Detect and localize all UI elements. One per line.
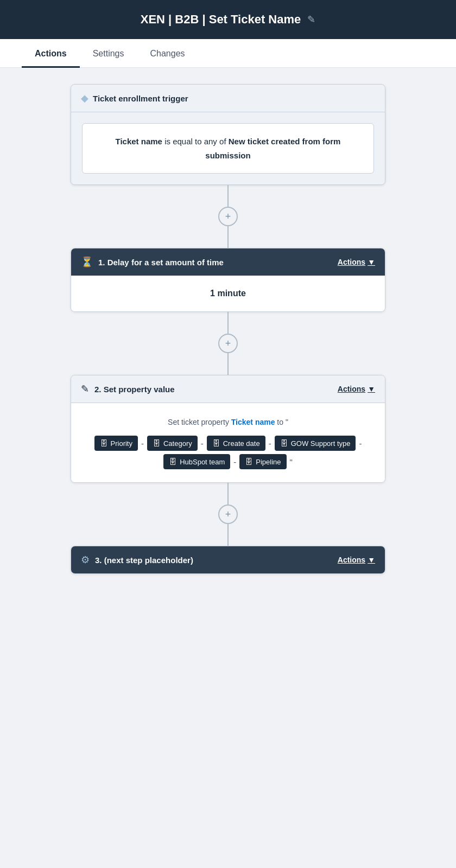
property-name: Ticket name [231, 418, 275, 426]
step-1-header: ⏳ 1. Delay for a set amount of time Acti… [71, 248, 385, 276]
trigger-card: ◆ Ticket enrollment trigger Ticket name … [71, 84, 385, 185]
connector-1 [227, 185, 229, 207]
tab-settings[interactable]: Settings [80, 39, 137, 68]
add-step-button-3[interactable]: + [218, 505, 238, 524]
step-1-header-left: ⏳ 1. Delay for a set amount of time [81, 256, 224, 268]
token-category[interactable]: 🗄 Category [147, 436, 198, 451]
step-2-actions-button[interactable]: Actions ▼ [338, 385, 375, 393]
step-1-title: 1. Delay for a set amount of time [98, 258, 224, 267]
condition-bold1: Ticket name [116, 137, 162, 146]
token-gow-support[interactable]: 🗄 GOW Support type [275, 436, 356, 451]
trigger-header: ◆ Ticket enrollment trigger [71, 85, 385, 112]
step-1-card: ⏳ 1. Delay for a set amount of time Acti… [71, 248, 385, 312]
app-header: XEN | B2B | Set Ticket Name ✎ [0, 0, 456, 39]
separator-4: - [359, 439, 362, 448]
token-pipeline-label: Pipeline [256, 458, 281, 466]
token-hubspot-team[interactable]: 🗄 HubSpot team [163, 454, 230, 469]
step-3-actions-button[interactable]: Actions ▼ [338, 556, 375, 564]
token-category-label: Category [163, 439, 192, 448]
connector-3 [227, 312, 229, 334]
main-content: ◆ Ticket enrollment trigger Ticket name … [0, 68, 456, 590]
property-intro: Set ticket property Ticket name to " [84, 416, 372, 428]
connector-5 [227, 483, 229, 505]
token-priority-label: Priority [111, 439, 132, 448]
token-category-icon: 🗄 [153, 439, 160, 448]
step-2-card: ✎ 2. Set property value Actions ▼ Set ti… [71, 375, 385, 483]
connector-4 [227, 353, 229, 375]
token-create-date-icon: 🗄 [212, 439, 220, 448]
token-priority-icon: 🗄 [100, 439, 107, 448]
trigger-body: Ticket name is equal to any of New ticke… [71, 112, 385, 184]
separator-1: - [141, 439, 144, 448]
token-create-date-label: Create date [223, 439, 260, 448]
step-2-title: 2. Set property value [94, 385, 175, 394]
separator-3: - [269, 439, 271, 448]
add-step-button-1[interactable]: + [218, 207, 238, 226]
step-2-header-left: ✎ 2. Set property value [81, 383, 175, 395]
end-quote: " [290, 457, 293, 467]
page-title: XEN | B2B | Set Ticket Name [141, 12, 301, 27]
delay-value: 1 minute [210, 289, 246, 298]
step-1-body: 1 minute [71, 276, 385, 311]
step-3-title: 3. (next step placeholder) [95, 556, 193, 565]
trigger-condition: Ticket name is equal to any of New ticke… [82, 123, 374, 174]
token-create-date[interactable]: 🗄 Create date [207, 436, 265, 451]
trigger-icon: ◆ [81, 92, 88, 104]
tab-changes[interactable]: Changes [137, 39, 198, 68]
step-3-icon: ⚙ [81, 554, 90, 566]
step-3-header-left: ⚙ 3. (next step placeholder) [81, 554, 193, 566]
separator-2: - [201, 439, 204, 448]
condition-text: is equal to any of [162, 137, 229, 146]
edit-title-icon[interactable]: ✎ [307, 14, 315, 25]
trigger-label: Ticket enrollment trigger [93, 94, 188, 103]
token-list: 🗄 Priority - 🗄 Category - 🗄 Create date … [84, 436, 372, 469]
connector-6 [227, 524, 229, 546]
step-3-header: ⚙ 3. (next step placeholder) Actions ▼ [71, 546, 385, 573]
token-gow-label: GOW Support type [291, 439, 351, 448]
tab-bar: Actions Settings Changes [0, 39, 456, 68]
delay-icon: ⏳ [81, 256, 93, 268]
step-2-body: Set ticket property Ticket name to " 🗄 P… [71, 403, 385, 482]
set-property-icon: ✎ [81, 383, 89, 395]
token-hubspot-team-icon: 🗄 [169, 457, 176, 466]
connector-2 [227, 226, 229, 248]
token-pipeline[interactable]: 🗄 Pipeline [239, 454, 286, 469]
separator-5: - [233, 457, 236, 467]
add-step-button-2[interactable]: + [218, 334, 238, 353]
step-2-header: ✎ 2. Set property value Actions ▼ [71, 375, 385, 403]
token-gow-icon: 🗄 [280, 439, 288, 448]
step-1-actions-button[interactable]: Actions ▼ [338, 258, 375, 266]
token-priority[interactable]: 🗄 Priority [94, 436, 138, 451]
step-3-card: ⚙ 3. (next step placeholder) Actions ▼ [71, 546, 385, 574]
token-hubspot-team-label: HubSpot team [180, 458, 225, 466]
token-pipeline-icon: 🗄 [245, 457, 252, 466]
tab-actions[interactable]: Actions [22, 39, 80, 68]
